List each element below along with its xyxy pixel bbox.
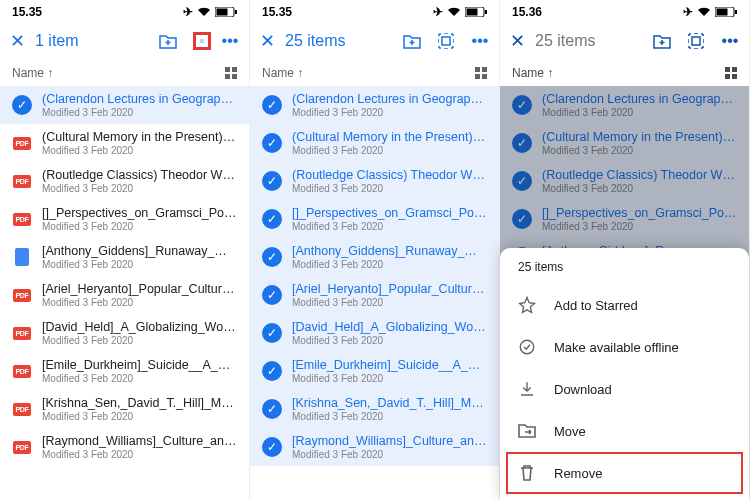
- wifi-icon: [447, 7, 461, 17]
- overflow-icon[interactable]: •••: [221, 32, 239, 50]
- file-text: [Krishna_Sen,_David_T._Hill]_Medi...Modi…: [42, 396, 237, 422]
- file-text: [Emile_Durkheim]_Suicide__A_Stu...Modifi…: [42, 358, 237, 384]
- file-row[interactable]: PDF[Raymond_Williams]_Culture_and_...Mod…: [0, 428, 249, 466]
- pdf-icon: PDF: [12, 133, 32, 153]
- close-icon[interactable]: ✕: [10, 30, 25, 52]
- sort-row[interactable]: Name ↑: [0, 60, 249, 86]
- sort-arrow-icon: ↑: [47, 66, 53, 80]
- file-meta: Modified 3 Feb 2020: [42, 335, 237, 346]
- file-row[interactable]: PDF(Cultural Memory in the Present) M...…: [0, 124, 249, 162]
- battery-icon: [215, 7, 237, 17]
- selection-toolbar: ✕ 1 item •••: [0, 22, 249, 60]
- file-list-2: ✓(Clarendon Lectures in Geography...Modi…: [250, 86, 499, 500]
- file-text: [Raymond_Williams]_Culture_and_...Modifi…: [292, 434, 487, 460]
- file-row[interactable]: ✓[Krishna_Sen,_David_T._Hill]_Medi...Mod…: [250, 390, 499, 428]
- file-row[interactable]: ✓[]_Perspectives_on_Gramsci_Politi...Mod…: [250, 200, 499, 238]
- file-text: (Clarendon Lectures in Geography...Modif…: [292, 92, 487, 118]
- close-icon[interactable]: ✕: [260, 30, 275, 52]
- check-icon: ✓: [12, 95, 32, 115]
- selection-toolbar: ✕ 25 items •••: [500, 22, 749, 60]
- view-grid-icon[interactable]: [475, 67, 487, 79]
- sort-arrow-icon: ↑: [547, 66, 553, 80]
- file-row[interactable]: ✓(Cultural Memory in the Present) M...Mo…: [500, 124, 749, 162]
- sort-row[interactable]: Name ↑: [250, 60, 499, 86]
- sheet-item-label: Remove: [554, 466, 602, 481]
- file-row[interactable]: [Anthony_Giddens]_Runaway_Worl...Modifie…: [0, 238, 249, 276]
- file-row[interactable]: ✓(Clarendon Lectures in Geography...Modi…: [500, 86, 749, 124]
- file-meta: Modified 3 Feb 2020: [292, 449, 487, 460]
- file-row[interactable]: ✓[]_Perspectives_on_Gramsci_Politi...Mod…: [500, 200, 749, 238]
- close-icon[interactable]: ✕: [510, 30, 525, 52]
- file-row[interactable]: ✓[Emile_Durkheim]_Suicide__A_Stu...Modif…: [250, 352, 499, 390]
- airplane-icon: ✈: [683, 5, 693, 19]
- file-row[interactable]: ✓(Routledge Classics) Theodor W Ad...Mod…: [500, 162, 749, 200]
- file-name: (Routledge Classics) Theodor W Ad...: [542, 168, 737, 182]
- file-row[interactable]: PDF[Emile_Durkheim]_Suicide__A_Stu...Mod…: [0, 352, 249, 390]
- file-row[interactable]: ✓(Clarendon Lectures in Geography...Modi…: [250, 86, 499, 124]
- file-name: (Routledge Classics) Theodor W Ad...: [292, 168, 487, 182]
- file-meta: Modified 3 Feb 2020: [42, 297, 237, 308]
- sort-row[interactable]: Name ↑: [500, 60, 749, 86]
- file-row[interactable]: ✓[David_Held]_A_Globalizing_World...Modi…: [250, 314, 499, 352]
- file-list-1: ✓(Clarendon Lectures in Geography...Modi…: [0, 86, 249, 500]
- file-text: []_Perspectives_on_Gramsci_Politi...Modi…: [292, 206, 487, 232]
- select-all-icon[interactable]: [687, 32, 705, 50]
- file-name: [Ariel_Heryanto]_Popular_Culture_i...: [42, 282, 237, 296]
- svg-rect-2: [235, 10, 237, 14]
- file-meta: Modified 3 Feb 2020: [292, 335, 487, 346]
- file-row[interactable]: PDF(Routledge Classics) Theodor W Ad...M…: [0, 162, 249, 200]
- status-time: 15.35: [262, 5, 292, 19]
- select-all-icon[interactable]: [193, 32, 211, 50]
- sheet-offline[interactable]: Make available offline: [500, 326, 749, 368]
- file-row[interactable]: ✓[Anthony_Giddens]_Runaway_Worl...Modifi…: [250, 238, 499, 276]
- file-meta: Modified 3 Feb 2020: [42, 183, 237, 194]
- sheet-move[interactable]: Move: [500, 410, 749, 452]
- file-row[interactable]: PDF[Krishna_Sen,_David_T._Hill]_Medi...M…: [0, 390, 249, 428]
- move-folder-icon[interactable]: [159, 32, 177, 50]
- check-icon: ✓: [512, 171, 532, 191]
- status-bar: 15.35 ✈: [250, 0, 499, 22]
- move-folder-icon[interactable]: [403, 32, 421, 50]
- pdf-icon: PDF: [12, 399, 32, 419]
- file-row[interactable]: ✓[Raymond_Williams]_Culture_and_...Modif…: [250, 428, 499, 466]
- file-name: (Clarendon Lectures in Geography...: [542, 92, 737, 106]
- file-meta: Modified 3 Feb 2020: [542, 145, 737, 156]
- file-row[interactable]: ✓[Ariel_Heryanto]_Popular_Culture_i...Mo…: [250, 276, 499, 314]
- status-icons: ✈: [183, 5, 237, 19]
- file-name: []_Perspectives_on_Gramsci_Politi...: [292, 206, 487, 220]
- svg-rect-5: [467, 9, 478, 16]
- file-text: (Routledge Classics) Theodor W Ad...Modi…: [292, 168, 487, 194]
- file-name: [Ariel_Heryanto]_Popular_Culture_i...: [292, 282, 487, 296]
- sheet-download[interactable]: Download: [500, 368, 749, 410]
- file-meta: Modified 3 Feb 2020: [42, 259, 237, 270]
- file-name: [Anthony_Giddens]_Runaway_Worl...: [42, 244, 237, 258]
- overflow-icon[interactable]: •••: [471, 32, 489, 50]
- sheet-item-label: Move: [554, 424, 586, 439]
- file-meta: Modified 3 Feb 2020: [42, 411, 237, 422]
- file-row[interactable]: ✓(Routledge Classics) Theodor W Ad...Mod…: [250, 162, 499, 200]
- selection-toolbar: ✕ 25 items •••: [250, 22, 499, 60]
- status-icons: ✈: [433, 5, 487, 19]
- file-row[interactable]: PDF[]_Perspectives_on_Gramsci_Politi...M…: [0, 200, 249, 238]
- check-icon: ✓: [262, 399, 282, 419]
- sheet-remove[interactable]: Remove: [506, 452, 743, 494]
- file-text: [Emile_Durkheim]_Suicide__A_Stu...Modifi…: [292, 358, 487, 384]
- view-grid-icon[interactable]: [225, 67, 237, 79]
- file-row[interactable]: PDF[David_Held]_A_Globalizing_World...Mo…: [0, 314, 249, 352]
- select-all-icon[interactable]: [437, 32, 455, 50]
- check-icon: ✓: [262, 247, 282, 267]
- check-icon: ✓: [262, 133, 282, 153]
- sheet-add-starred[interactable]: Add to Starred: [500, 284, 749, 326]
- file-text: [Krishna_Sen,_David_T._Hill]_Medi...Modi…: [292, 396, 487, 422]
- airplane-icon: ✈: [433, 5, 443, 19]
- file-text: [Ariel_Heryanto]_Popular_Culture_i...Mod…: [42, 282, 237, 308]
- file-row[interactable]: ✓(Clarendon Lectures in Geography...Modi…: [0, 86, 249, 124]
- check-icon: ✓: [262, 95, 282, 115]
- file-row[interactable]: PDF[Ariel_Heryanto]_Popular_Culture_i...…: [0, 276, 249, 314]
- overflow-icon[interactable]: •••: [721, 32, 739, 50]
- file-row[interactable]: ✓(Cultural Memory in the Present) M...Mo…: [250, 124, 499, 162]
- view-grid-icon[interactable]: [725, 67, 737, 79]
- move-folder-icon[interactable]: [653, 32, 671, 50]
- trash-icon: [518, 464, 536, 482]
- file-meta: Modified 3 Feb 2020: [542, 183, 737, 194]
